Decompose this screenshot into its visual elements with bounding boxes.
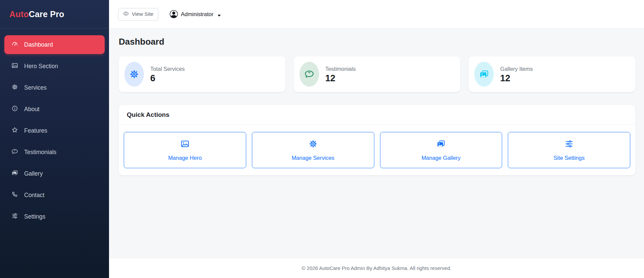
sidebar-item-label: Testimonials <box>24 149 56 156</box>
user-menu-label: Administrator <box>181 11 213 17</box>
brand-logo-primary: Auto <box>9 9 29 19</box>
stat-card-gallery-items: Gallery Items 12 <box>469 56 635 92</box>
quick-action-label: Site Settings <box>553 155 585 161</box>
stat-label: Testimonials <box>325 66 356 72</box>
manage-services-button[interactable]: Manage Services <box>252 132 374 168</box>
sidebar-item-testimonials[interactable]: Testimonials <box>4 143 105 161</box>
topbar: View Site Administrator <box>109 0 644 29</box>
sidebar-nav: Dashboard Hero Section Services About Fe… <box>0 29 109 232</box>
images-icon <box>11 170 18 178</box>
brand-logo: AutoCare Pro <box>9 9 64 19</box>
sidebar-item-dashboard[interactable]: Dashboard <box>4 35 105 54</box>
stat-card-total-services: Total Services 6 <box>119 56 285 92</box>
quick-action-label: Manage Services <box>291 155 334 161</box>
quick-action-label: Manage Hero <box>168 155 202 161</box>
main-column: View Site Administrator Dashboard Total … <box>109 0 644 278</box>
sidebar-item-label: Settings <box>24 213 45 220</box>
sidebar-item-hero-section[interactable]: Hero Section <box>4 57 105 76</box>
manage-gallery-button[interactable]: Manage Gallery <box>380 132 502 168</box>
caret-down-icon <box>217 12 221 16</box>
stat-label: Total Services <box>150 66 185 72</box>
sidebar-item-gallery[interactable]: Gallery <box>4 164 105 183</box>
manage-hero-button[interactable]: Manage Hero <box>124 132 246 168</box>
user-menu[interactable]: Administrator <box>170 10 221 18</box>
stat-value: 12 <box>325 74 356 83</box>
sidebar-item-label: Services <box>24 84 47 91</box>
sidebar-item-label: Hero Section <box>24 63 58 70</box>
page-title: Dashboard <box>119 36 635 48</box>
chat-quote-icon <box>11 148 18 156</box>
content-area: Dashboard Total Services 6 Testimonials … <box>109 29 644 258</box>
sliders-icon <box>11 213 18 221</box>
stat-label: Gallery Items <box>500 66 533 72</box>
sidebar-item-label: Features <box>24 127 47 134</box>
stat-text: Total Services 6 <box>150 66 185 83</box>
sidebar-item-label: Contact <box>24 192 44 199</box>
sidebar-item-label: Gallery <box>24 170 43 177</box>
images-icon <box>474 62 494 87</box>
quick-actions-card: Quick Actions Manage Hero Manage Service… <box>119 105 635 175</box>
sidebar-item-about[interactable]: About <box>4 100 105 119</box>
gear-icon <box>11 84 18 92</box>
stat-value: 12 <box>500 74 533 83</box>
view-site-button[interactable]: View Site <box>118 8 158 20</box>
sidebar: AutoCare Pro Dashboard Hero Section Serv… <box>0 0 109 278</box>
gear-icon <box>309 139 318 150</box>
chat-quote-icon <box>300 62 319 87</box>
quick-actions-title: Quick Actions <box>119 105 635 125</box>
sidebar-header: AutoCare Pro <box>0 0 109 29</box>
stat-text: Testimonials 12 <box>325 66 356 83</box>
sidebar-item-settings[interactable]: Settings <box>4 207 105 226</box>
brand-logo-secondary: Care Pro <box>29 9 64 19</box>
sliders-icon <box>565 139 574 150</box>
sidebar-item-label: Dashboard <box>24 41 53 48</box>
eye-icon <box>123 11 129 18</box>
sidebar-item-features[interactable]: Features <box>4 121 105 140</box>
quick-actions-body: Manage Hero Manage Services Manage Galle… <box>119 125 635 175</box>
stat-text: Gallery Items 12 <box>500 66 533 83</box>
sidebar-item-label: About <box>24 106 40 113</box>
gear-icon <box>124 62 144 87</box>
person-circle-icon <box>170 10 178 18</box>
info-circle-icon <box>11 105 18 113</box>
image-icon <box>11 62 18 71</box>
images-icon <box>436 139 445 150</box>
view-site-label: View Site <box>132 11 153 17</box>
sidebar-item-contact[interactable]: Contact <box>4 186 105 204</box>
image-icon <box>180 139 190 150</box>
stat-card-testimonials: Testimonials 12 <box>294 56 461 92</box>
telephone-icon <box>11 191 18 199</box>
footer-text: © 2026 AutoCare Pro Admin By Adhitya Suk… <box>302 265 451 271</box>
site-settings-button[interactable]: Site Settings <box>508 132 630 168</box>
sidebar-item-services[interactable]: Services <box>4 78 105 97</box>
speedometer-icon <box>11 41 18 49</box>
star-icon <box>11 127 18 135</box>
stats-row: Total Services 6 Testimonials 12 Galle <box>119 56 635 92</box>
footer: © 2026 AutoCare Pro Admin By Adhitya Suk… <box>109 258 644 278</box>
stat-value: 6 <box>150 74 185 83</box>
quick-action-label: Manage Gallery <box>422 155 461 161</box>
